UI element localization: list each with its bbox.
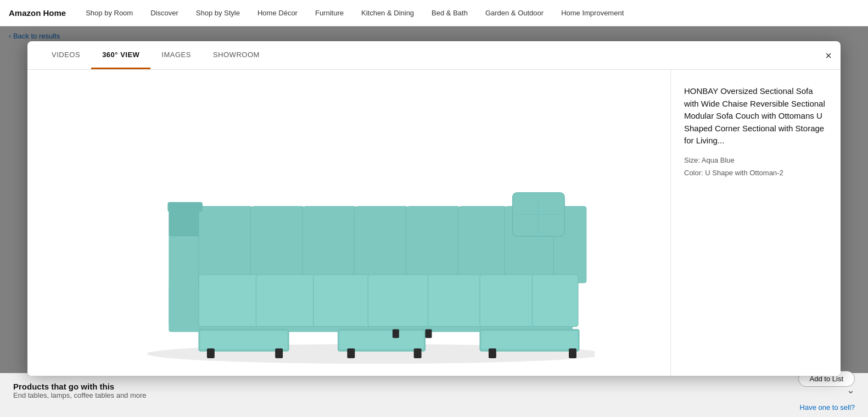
product-info-panel: HONBAY Oversized Sectional Sofa with Wid… bbox=[670, 70, 841, 376]
nav-brand[interactable]: Amazon Home bbox=[9, 8, 66, 18]
svg-rect-26 bbox=[275, 348, 283, 358]
products-section: Products that go with this End tables, l… bbox=[13, 382, 842, 399]
color-value: U Shape with Ottoman-2 bbox=[705, 169, 783, 177]
color-label: Color: bbox=[684, 169, 703, 177]
svg-rect-25 bbox=[207, 348, 215, 358]
nav-item-discover[interactable]: Discover bbox=[142, 0, 187, 26]
size-value: Aqua Blue bbox=[702, 156, 735, 164]
svg-rect-22 bbox=[339, 331, 424, 349]
svg-rect-30 bbox=[569, 348, 576, 358]
close-button[interactable]: × bbox=[825, 50, 832, 61]
product-color-row: Color: U Shape with Ottoman-2 bbox=[684, 169, 827, 177]
tab-360-view[interactable]: 360° VIEW bbox=[91, 41, 150, 69]
svg-rect-12 bbox=[199, 275, 259, 326]
tab-showroom[interactable]: SHOWROOM bbox=[202, 41, 271, 69]
modal-tabs: VIDEOS 360° VIEW IMAGES SHOWROOM bbox=[41, 41, 271, 69]
svg-rect-31 bbox=[393, 329, 399, 338]
svg-rect-24 bbox=[481, 331, 578, 349]
nav-item-bed-bath[interactable]: Bed & Bath bbox=[423, 0, 477, 26]
modal-body: HONBAY Oversized Sectional Sofa with Wid… bbox=[27, 70, 841, 376]
nav-items: Shop by Room Discover Shop by Style Home… bbox=[77, 0, 859, 26]
have-one-to-sell-link[interactable]: Have one to sell? bbox=[800, 403, 855, 412]
sofa-image bbox=[103, 81, 595, 365]
nav-item-shop-by-room[interactable]: Shop by Room bbox=[77, 0, 142, 26]
tab-videos[interactable]: VIDEOS bbox=[41, 41, 91, 69]
svg-rect-14 bbox=[313, 275, 371, 326]
products-subtitle: End tables, lamps, coffee tables and mor… bbox=[13, 391, 842, 399]
modal-header: VIDEOS 360° VIEW IMAGES SHOWROOM × bbox=[27, 41, 841, 70]
size-label: Size: bbox=[684, 156, 700, 164]
svg-rect-20 bbox=[200, 331, 288, 349]
top-nav: Amazon Home Shop by Room Discover Shop b… bbox=[0, 0, 868, 26]
nav-item-home-decor[interactable]: Home Décor bbox=[249, 0, 306, 26]
svg-rect-32 bbox=[425, 329, 432, 338]
product-modal: VIDEOS 360° VIEW IMAGES SHOWROOM × bbox=[27, 41, 841, 376]
svg-rect-33 bbox=[167, 202, 203, 212]
svg-rect-27 bbox=[348, 348, 355, 358]
nav-item-shop-by-style[interactable]: Shop by Style bbox=[187, 0, 249, 26]
tab-images[interactable]: IMAGES bbox=[150, 41, 202, 69]
svg-rect-29 bbox=[489, 348, 496, 358]
bottom-bar: Products that go with this End tables, l… bbox=[0, 373, 868, 417]
svg-rect-28 bbox=[414, 348, 422, 358]
products-title: Products that go with this bbox=[13, 382, 842, 391]
nav-item-kitchen-dining[interactable]: Kitchen & Dining bbox=[352, 0, 423, 26]
svg-rect-8 bbox=[458, 207, 507, 283]
nav-item-home-improvement[interactable]: Home Improvement bbox=[552, 0, 632, 26]
svg-rect-18 bbox=[533, 275, 579, 326]
svg-rect-17 bbox=[480, 275, 534, 326]
svg-rect-13 bbox=[256, 275, 316, 326]
nav-item-furniture[interactable]: Furniture bbox=[306, 0, 352, 26]
product-title: HONBAY Oversized Sectional Sofa with Wid… bbox=[684, 85, 827, 147]
product-size-row: Size: Aqua Blue bbox=[684, 156, 827, 164]
nav-item-garden-outdoor[interactable]: Garden & Outdoor bbox=[477, 0, 552, 26]
svg-rect-15 bbox=[368, 275, 430, 326]
product-image-area bbox=[27, 70, 670, 376]
svg-rect-16 bbox=[428, 275, 483, 326]
